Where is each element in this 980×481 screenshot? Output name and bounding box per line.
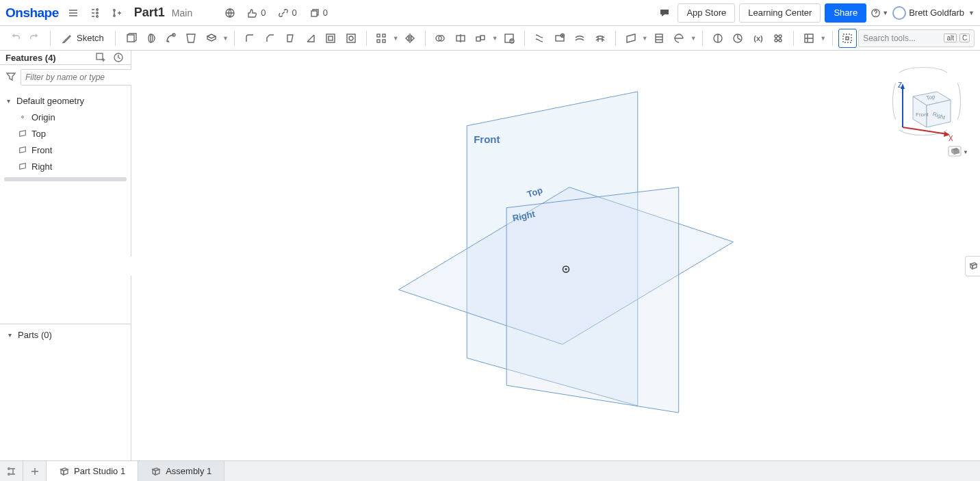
links-count[interactable]: 0 — [278, 8, 296, 18]
tab-label: Assembly 1 — [166, 466, 211, 476]
move-face-icon[interactable] — [530, 29, 550, 48]
document-title[interactable]: Part1 — [134, 5, 165, 20]
filter-icon[interactable] — [5, 71, 16, 84]
feature-toolbar: Sketch ▼ ▼ ▼ ▼ ▼ (x) ▼ Search tools... a… — [0, 26, 980, 51]
custom-dropdown[interactable]: ▼ — [820, 35, 827, 42]
features-header[interactable]: Features (4) — [0, 51, 131, 65]
help-icon[interactable]: ▼ — [871, 4, 888, 22]
svg-point-4 — [114, 14, 115, 16]
comments-icon[interactable] — [656, 4, 673, 22]
share-button[interactable]: Share — [825, 3, 866, 23]
copies-count[interactable]: 0 — [309, 8, 328, 18]
svg-rect-12 — [326, 34, 335, 42]
svg-rect-19 — [383, 40, 385, 42]
right-panel-toggle[interactable] — [965, 256, 980, 276]
rollback-bar[interactable] — [4, 177, 127, 181]
modify-fillet-icon[interactable] — [591, 29, 610, 48]
svg-point-41 — [22, 116, 24, 118]
add-tab-button[interactable] — [23, 461, 47, 481]
revolve-icon[interactable] — [141, 29, 160, 48]
sketch-button[interactable]: Sketch — [56, 29, 109, 48]
loft-icon[interactable] — [181, 29, 201, 48]
replace-face-icon[interactable] — [550, 29, 569, 48]
svg-rect-6 — [311, 11, 317, 16]
default-geometry-label: Default geometry — [16, 96, 84, 106]
workspace-label[interactable]: Main — [172, 8, 192, 18]
learning-center-button[interactable]: Learning Center — [739, 3, 821, 23]
svg-text:(x): (x) — [753, 34, 763, 42]
svg-marker-74 — [155, 469, 159, 475]
sweep-icon[interactable] — [162, 29, 181, 48]
avatar-icon — [892, 6, 906, 20]
hole-icon[interactable] — [341, 29, 361, 48]
parts-header[interactable]: ▾ Parts (0) — [0, 324, 131, 345]
shell-icon[interactable] — [322, 29, 341, 48]
view-cube[interactable]: Z X Top Front Right — [886, 59, 968, 161]
custom-features-icon[interactable] — [799, 29, 818, 48]
user-name: Brett Goldfarb — [909, 8, 964, 18]
svg-text:Z: Z — [898, 81, 902, 89]
feature-filter-input[interactable] — [21, 69, 133, 86]
mass-props-icon[interactable] — [769, 29, 788, 48]
draft-icon[interactable] — [281, 29, 300, 48]
curve-icon[interactable] — [670, 29, 689, 48]
svg-point-46 — [565, 268, 567, 270]
tab-part-studio[interactable]: Part Studio 1 — [47, 461, 138, 481]
svg-line-50 — [903, 127, 947, 134]
pattern-icon[interactable] — [372, 29, 391, 48]
rollback-icon[interactable] — [112, 51, 125, 64]
app-store-button[interactable]: App Store — [678, 3, 735, 23]
extrude-icon[interactable] — [121, 29, 140, 48]
mirror-icon[interactable] — [400, 29, 420, 48]
rib-icon[interactable] — [301, 29, 320, 48]
plane-icon[interactable] — [621, 29, 641, 48]
svg-marker-71 — [64, 469, 68, 475]
tree-item-label: Front — [31, 145, 52, 155]
3d-viewport[interactable]: Front Top Right Z X — [131, 51, 980, 460]
variable-icon[interactable]: (x) — [749, 29, 768, 48]
search-kbd-1: alt — [944, 34, 957, 42]
curve-dropdown[interactable]: ▼ — [690, 35, 697, 42]
create-dropdown[interactable]: ▼ — [222, 35, 229, 42]
tab-assembly[interactable]: Assembly 1 — [138, 461, 224, 481]
delete-face-icon[interactable] — [500, 29, 519, 48]
tree-config-icon[interactable] — [86, 4, 104, 22]
brand-logo[interactable]: Onshape — [5, 5, 60, 21]
tab-label: Part Studio 1 — [74, 466, 125, 476]
user-menu[interactable]: Brett Goldfarb ▼ — [892, 6, 975, 20]
measure-icon[interactable] — [729, 29, 748, 48]
modify-dropdown[interactable]: ▼ — [491, 35, 498, 42]
search-tools-input[interactable]: Search tools... alt C — [858, 29, 975, 47]
tree-origin[interactable]: Origin — [0, 109, 131, 125]
tree-plane-top[interactable]: Top — [0, 125, 131, 142]
chamfer-icon[interactable] — [261, 29, 280, 48]
redo-button[interactable] — [26, 29, 45, 48]
thicken-icon[interactable] — [202, 29, 221, 48]
helix-icon[interactable] — [649, 29, 669, 48]
section-view-icon[interactable] — [708, 29, 727, 48]
globe-icon[interactable] — [221, 4, 239, 22]
boolean-icon[interactable] — [431, 29, 450, 48]
likes-count[interactable]: 0 — [247, 8, 266, 18]
svg-point-35 — [775, 39, 777, 42]
tree-default-geometry[interactable]: ▾ Default geometry — [0, 92, 131, 109]
add-feature-icon[interactable] — [94, 51, 107, 64]
viewport-canvas: Front Top Right — [131, 51, 980, 460]
fillet-icon[interactable] — [240, 29, 259, 48]
tree-plane-front[interactable]: Front — [0, 142, 131, 158]
svg-point-2 — [96, 15, 99, 17]
svg-marker-44 — [506, 187, 679, 413]
insert-icon[interactable] — [108, 4, 126, 22]
undo-button[interactable] — [5, 29, 25, 48]
construct-dropdown[interactable]: ▼ — [641, 35, 648, 42]
feature-tree: ▾ Default geometry Origin Top Front Righ… — [0, 90, 131, 187]
pattern-dropdown[interactable]: ▼ — [392, 35, 399, 42]
transform-icon[interactable] — [472, 29, 491, 48]
offset-surface-icon[interactable] — [571, 29, 590, 48]
menu-icon[interactable] — [64, 4, 82, 22]
tab-manager-button[interactable] — [0, 461, 23, 481]
select-icon[interactable] — [838, 29, 858, 48]
tree-plane-right[interactable]: Right — [0, 158, 131, 174]
top-bar: Onshape Part1 Main 0 0 0 App Store Learn… — [0, 0, 980, 26]
split-icon[interactable] — [451, 29, 470, 48]
